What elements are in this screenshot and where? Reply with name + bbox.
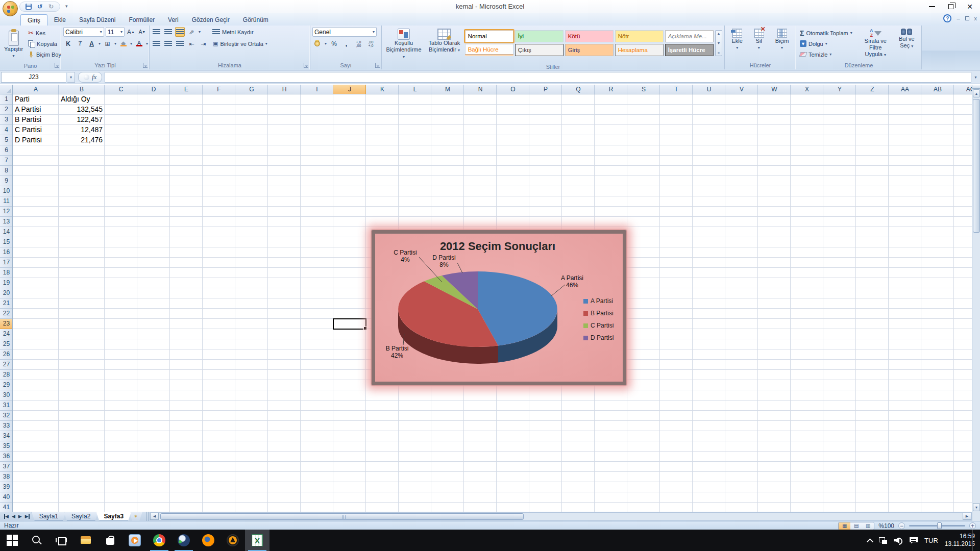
column-header-u[interactable]: U	[693, 85, 725, 94]
cell-a4[interactable]: C Partisi	[13, 125, 59, 135]
cell-style-açıklama-me...[interactable]: Açıklama Me...	[665, 30, 714, 42]
row-header-40[interactable]: 40	[0, 492, 13, 503]
font-name-select[interactable]: Calibri▾	[63, 27, 104, 37]
row-header-32[interactable]: 32	[0, 411, 13, 421]
column-header-y[interactable]: Y	[823, 85, 856, 94]
previous-sheet-icon[interactable]: ◀	[12, 514, 15, 519]
row-header-10[interactable]: 10	[0, 186, 13, 196]
row-header-18[interactable]: 18	[0, 268, 13, 278]
row-header-8[interactable]: 8	[0, 166, 13, 176]
middle-align-button[interactable]	[163, 27, 173, 37]
column-header-m[interactable]: M	[431, 85, 464, 94]
cell-style-giriş[interactable]: Giriş	[565, 44, 614, 56]
row-header-23[interactable]: 23	[0, 319, 13, 329]
column-header-x[interactable]: X	[791, 85, 823, 94]
column-header-w[interactable]: W	[758, 85, 791, 94]
name-box[interactable]: J23	[1, 72, 66, 83]
column-header-v[interactable]: V	[725, 85, 758, 94]
column-header-j[interactable]: J	[333, 85, 366, 94]
comma-style-button[interactable]: ,	[341, 39, 351, 48]
italic-button[interactable]: T	[75, 39, 85, 48]
ribbon-tab-sayfa-düzeni[interactable]: Sayfa Düzeni	[72, 14, 122, 26]
row-header-36[interactable]: 36	[0, 452, 13, 462]
ribbon-tab-ekle[interactable]: Ekle	[47, 14, 72, 26]
row-header-25[interactable]: 25	[0, 339, 13, 349]
row-header-9[interactable]: 9	[0, 176, 13, 186]
underline-button[interactable]: A	[87, 39, 96, 48]
clear-button[interactable]: Temizle▾	[798, 49, 857, 59]
row-header-41[interactable]: 41	[0, 503, 13, 512]
taskbar-button-task-view[interactable]	[49, 530, 74, 551]
row-header-30[interactable]: 30	[0, 390, 13, 400]
row-header-17[interactable]: 17	[0, 258, 13, 268]
row-header-31[interactable]: 31	[0, 400, 13, 411]
vertical-split-handle[interactable]	[972, 85, 980, 89]
row-header-12[interactable]: 12	[0, 207, 13, 217]
workbook-minimize-button[interactable]: –	[957, 16, 960, 21]
next-sheet-icon[interactable]: ▶	[18, 514, 22, 519]
clipboard-dialog-launcher[interactable]	[55, 63, 59, 68]
legend-item-2[interactable]: B Partisi	[583, 307, 614, 319]
row-header-38[interactable]: 38	[0, 472, 13, 482]
format-as-table-button[interactable]: Tablo Olarak Biçimlendir ▾	[425, 27, 463, 62]
row-header-2[interactable]: 2	[0, 105, 13, 115]
styles-gallery-scrollbar[interactable]: ▲▼≡	[715, 30, 722, 56]
minimize-button[interactable]	[929, 6, 935, 7]
column-header-aa[interactable]: AA	[889, 85, 921, 94]
shrink-font-button[interactable]: A▼	[137, 27, 147, 37]
taskbar-button-media-player[interactable]	[122, 530, 147, 551]
tray-chevron-icon[interactable]	[867, 538, 873, 545]
row-header-15[interactable]: 15	[0, 237, 13, 247]
column-header-c[interactable]: C	[105, 85, 137, 94]
scroll-right-icon[interactable]: ▶	[963, 513, 971, 520]
cell-style-i̇şaretli-hücre[interactable]: İşaretli Hücre	[665, 44, 714, 56]
row-header-24[interactable]: 24	[0, 329, 13, 339]
scroll-left-icon[interactable]: ◀	[150, 513, 159, 520]
insert-function-button[interactable]: fx	[78, 72, 102, 83]
grow-font-button[interactable]: A▲	[126, 27, 136, 37]
cell-style-hesaplama[interactable]: Hesaplama	[615, 44, 664, 56]
zoom-slider-handle[interactable]	[937, 522, 942, 529]
insert-cells-button[interactable]: Ekle▾	[729, 27, 744, 60]
align-left-button[interactable]	[152, 39, 161, 48]
row-header-22[interactable]: 22	[0, 309, 13, 319]
zoom-out-icon[interactable]: −	[898, 522, 905, 529]
row-header-3[interactable]: 3	[0, 115, 13, 125]
row-header-14[interactable]: 14	[0, 227, 13, 237]
column-header-ac[interactable]: AC	[954, 85, 972, 94]
taskbar-button-excel[interactable]	[245, 530, 270, 551]
horizontal-scroll-thumb[interactable]	[160, 513, 524, 520]
delete-cells-button[interactable]: Sil▾	[752, 27, 766, 60]
select-all-corner[interactable]	[0, 85, 13, 94]
last-sheet-icon[interactable]: ▶	[25, 514, 30, 519]
row-header-29[interactable]: 29	[0, 380, 13, 390]
ribbon-tab-görünüm[interactable]: Görünüm	[236, 14, 275, 26]
cell-a1[interactable]: Parti	[13, 94, 59, 105]
workbook-close-button[interactable]: x	[974, 16, 977, 21]
column-header-z[interactable]: Z	[856, 85, 889, 94]
column-header-k[interactable]: K	[366, 85, 399, 94]
ribbon-tab-giriş[interactable]: Giriş	[20, 14, 47, 26]
zoom-slider[interactable]	[909, 525, 965, 527]
formula-bar-expand-icon[interactable]: ▾	[972, 75, 979, 80]
cell-b1[interactable]: Aldığı Oy	[59, 94, 105, 105]
conditional-formatting-button[interactable]: Koşullu Biçimlendirme ▾	[384, 27, 424, 62]
formula-input[interactable]	[105, 72, 971, 83]
column-header-f[interactable]: F	[203, 85, 235, 94]
restore-button[interactable]	[948, 4, 953, 9]
row-header-1[interactable]: 1	[0, 94, 13, 105]
row-header-28[interactable]: 28	[0, 370, 13, 380]
find-select-button[interactable]: Bul ve Seç ▾	[894, 27, 919, 60]
action-center-icon[interactable]	[910, 537, 918, 544]
fill-button[interactable]: ▼Dolgu▾	[798, 39, 857, 48]
ribbon-tab-gözden-geçir[interactable]: Gözden Geçir	[185, 14, 236, 26]
cell-style-nötr[interactable]: Nötr	[615, 30, 664, 42]
row-header-7[interactable]: 7	[0, 156, 13, 166]
taskbar-button-store[interactable]	[98, 530, 122, 551]
legend-item-3[interactable]: C Partisi	[583, 319, 614, 332]
column-header-ab[interactable]: AB	[921, 85, 954, 94]
format-cells-button[interactable]: Biçim▾	[773, 27, 791, 60]
row-header-27[interactable]: 27	[0, 360, 13, 370]
first-sheet-icon[interactable]: ◀	[4, 514, 9, 519]
cell-b4[interactable]: 12,487	[59, 125, 105, 135]
